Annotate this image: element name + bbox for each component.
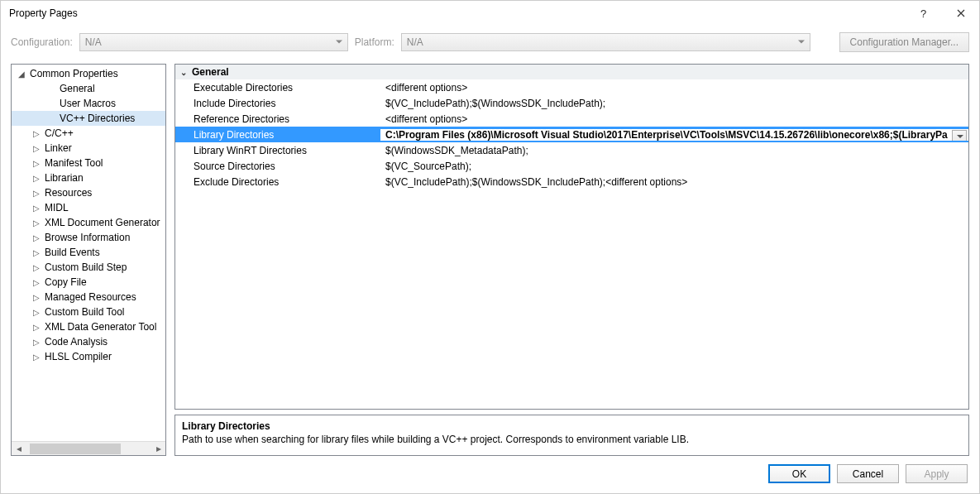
tree-item[interactable]: ▷MIDL — [12, 200, 165, 215]
property-row[interactable]: Reference Directories<different options> — [175, 111, 968, 127]
tree-item[interactable]: ▷HLSL Compiler — [12, 349, 165, 364]
configuration-manager-button[interactable]: Configuration Manager... — [839, 32, 969, 52]
expand-icon: ▷ — [31, 293, 41, 302]
property-row[interactable]: Include Directories$(VC_IncludePath);$(W… — [175, 95, 968, 111]
configuration-combo[interactable]: N/A — [79, 33, 348, 51]
property-name: Library WinRT Directories — [175, 145, 380, 156]
expand-icon: ▷ — [31, 218, 41, 228]
tree-item[interactable]: ▷Custom Build Tool — [12, 305, 165, 319]
tree-item[interactable]: ▷Linker — [12, 141, 165, 156]
property-value[interactable]: $(WindowsSDK_MetadataPath); — [380, 145, 968, 156]
description-title: Library Directories — [182, 420, 962, 432]
tree-hscroll[interactable]: ◂ ▸ — [12, 441, 165, 455]
property-value[interactable]: C:\Program Files (x86)\Microsoft Visual … — [380, 129, 968, 141]
tree-item[interactable]: ▷Manifest Tool — [12, 156, 165, 170]
scroll-thumb[interactable] — [30, 444, 121, 454]
tree-item-label: MIDL — [45, 202, 69, 213]
tree[interactable]: ◢Common PropertiesGeneralUser MacrosVC++… — [12, 65, 165, 441]
expand-icon: ▷ — [31, 263, 41, 272]
expand-icon: ▷ — [31, 204, 41, 213]
apply-button[interactable]: Apply — [906, 464, 968, 483]
expand-icon: ▷ — [31, 129, 41, 138]
property-name: Source Directories — [175, 161, 380, 172]
tree-item[interactable]: ▷C/C++ — [12, 126, 165, 141]
property-value[interactable]: $(VC_IncludePath);$(WindowsSDK_IncludePa… — [380, 176, 968, 188]
property-row[interactable]: Source Directories$(VC_SourcePath); — [175, 158, 968, 174]
tree-item-label: Manifest Tool — [45, 157, 103, 169]
tree-item-label: XML Data Generator Tool — [45, 321, 156, 333]
collapse-icon: ⌄ — [180, 68, 187, 77]
platform-combo[interactable]: N/A — [401, 33, 810, 51]
tree-item-label: Custom Build Step — [45, 261, 127, 273]
property-name: Exclude Directories — [175, 176, 380, 188]
property-row[interactable]: Exclude Directories$(VC_IncludePath);$(W… — [175, 174, 968, 189]
tree-item-label: Build Events — [45, 247, 100, 258]
group-label: General — [192, 66, 229, 78]
property-name: Include Directories — [175, 98, 380, 109]
tree-item[interactable]: ▷Librarian — [12, 170, 165, 185]
tree-item-label: Linker — [45, 142, 72, 154]
property-row[interactable]: Library DirectoriesC:\Program Files (x86… — [175, 127, 968, 142]
tree-item[interactable]: ▷Resources — [12, 185, 165, 200]
close-icon — [957, 9, 965, 17]
configuration-label: Configuration: — [11, 36, 73, 48]
tree-item-label: HLSL Compiler — [45, 351, 112, 362]
tree-item-label: General — [60, 83, 95, 94]
property-grid: ⌄ General Executable Directories<differe… — [174, 64, 969, 410]
platform-label: Platform: — [355, 36, 394, 48]
tree-item-label: Custom Build Tool — [45, 306, 125, 318]
titlebar: Property Pages ? — [1, 1, 979, 26]
scroll-right-icon[interactable]: ▸ — [151, 442, 165, 455]
ok-button[interactable]: OK — [768, 464, 830, 483]
tree-root[interactable]: ◢Common Properties — [12, 66, 165, 81]
tree-item-label: Librarian — [45, 172, 84, 184]
tree-item[interactable]: ▷Custom Build Step — [12, 260, 165, 275]
property-row[interactable]: Executable Directories<different options… — [175, 79, 968, 95]
footer: OK Cancel Apply — [1, 456, 979, 493]
tree-item-label: User Macros — [60, 98, 116, 109]
expand-icon: ▷ — [31, 159, 41, 168]
expand-icon: ◢ — [17, 70, 26, 79]
property-name: Library Directories — [175, 129, 380, 141]
expand-icon: ▷ — [31, 308, 41, 317]
config-row: Configuration: N/A Platform: N/A Configu… — [1, 26, 979, 64]
tree-item[interactable]: General — [12, 81, 165, 96]
tree-item-label: Resources — [45, 187, 92, 199]
expand-icon: ▷ — [31, 248, 41, 257]
tree-item[interactable]: ▷Build Events — [12, 245, 165, 260]
expand-icon: ▷ — [31, 278, 41, 287]
tree-item-label: Copy File — [45, 276, 87, 288]
tree-item-label: VC++ Directories — [60, 113, 135, 124]
help-button[interactable]: ? — [905, 1, 942, 26]
description-body: Path to use when searching for library f… — [182, 434, 962, 445]
group-header[interactable]: ⌄ General — [175, 65, 968, 79]
scroll-left-icon[interactable]: ◂ — [12, 442, 26, 455]
property-value[interactable]: $(VC_SourcePath); — [380, 161, 968, 172]
tree-item[interactable]: ▷XML Data Generator Tool — [12, 319, 165, 334]
property-name: Executable Directories — [175, 82, 380, 94]
tree-item[interactable]: ▷XML Document Generator — [12, 215, 165, 230]
tree-item[interactable]: ▷Code Analysis — [12, 334, 165, 349]
property-name: Reference Directories — [175, 113, 380, 125]
property-value[interactable]: $(VC_IncludePath);$(WindowsSDK_IncludePa… — [380, 98, 968, 109]
expand-icon: ▷ — [31, 144, 41, 153]
expand-icon: ▷ — [31, 233, 41, 242]
tree-pane: ◢Common PropertiesGeneralUser MacrosVC++… — [11, 64, 166, 456]
close-button[interactable] — [942, 1, 979, 26]
tree-item[interactable]: ▷Managed Resources — [12, 290, 165, 305]
tree-item[interactable]: ▷Copy File — [12, 275, 165, 290]
property-row[interactable]: Library WinRT Directories$(WindowsSDK_Me… — [175, 142, 968, 158]
tree-item[interactable]: User Macros — [12, 96, 165, 111]
property-value[interactable]: <different options> — [380, 113, 968, 125]
expand-icon: ▷ — [31, 338, 41, 347]
cancel-button[interactable]: Cancel — [837, 464, 899, 483]
property-value[interactable]: <different options> — [380, 82, 968, 94]
tree-item[interactable]: VC++ Directories — [12, 111, 165, 126]
tree-item-label: Code Analysis — [45, 336, 108, 348]
expand-icon: ▷ — [31, 353, 41, 362]
dropdown-icon[interactable] — [957, 135, 963, 141]
tree-item[interactable]: ▷Browse Information — [12, 230, 165, 245]
tree-item-label: Managed Resources — [45, 291, 136, 303]
tree-item-label: C/C++ — [45, 127, 74, 139]
window-title: Property Pages — [9, 7, 905, 19]
